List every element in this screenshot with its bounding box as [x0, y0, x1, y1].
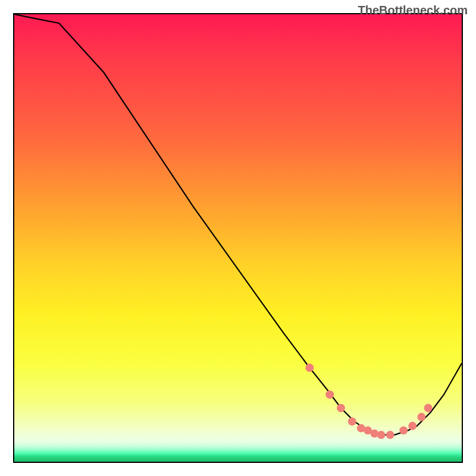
marker-dot: [417, 413, 425, 421]
marker-dot: [305, 364, 314, 372]
plot-area: [13, 13, 463, 463]
marker-dot: [377, 431, 386, 439]
curve-line: [14, 14, 462, 435]
marker-dot: [348, 417, 356, 425]
marker-dot: [386, 431, 394, 439]
marker-dot: [399, 426, 408, 434]
chart-svg: [14, 14, 462, 462]
marker-dot: [424, 404, 433, 412]
marker-dots: [305, 364, 432, 439]
marker-dot: [408, 422, 416, 430]
marker-dot: [325, 390, 334, 399]
marker-dot: [337, 404, 345, 412]
watermark-text: TheBottleneck.com: [358, 4, 468, 17]
